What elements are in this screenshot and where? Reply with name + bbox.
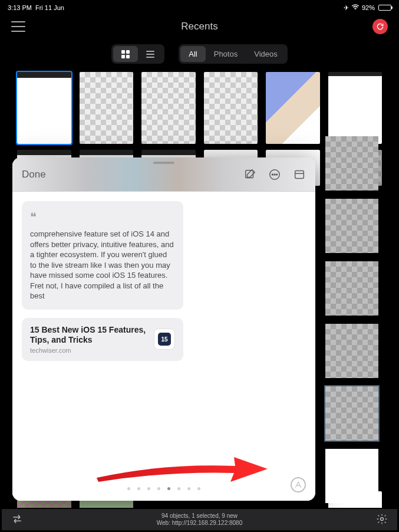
link-badge: 15 <box>158 333 171 346</box>
footer-url: Web: http://192.168.29.122:8080 <box>157 520 243 527</box>
thumbnail[interactable] <box>328 72 382 144</box>
list-icon <box>146 51 154 58</box>
thumbnail[interactable] <box>141 72 196 144</box>
gear-icon <box>376 513 388 525</box>
view-grid-button[interactable] <box>113 46 138 62</box>
thumbnail[interactable] <box>17 72 71 144</box>
link-title: 15 Best New iOS 15 Features, Tips, and T… <box>30 325 148 346</box>
battery-icon <box>378 5 391 11</box>
filter-videos[interactable]: Videos <box>246 46 286 62</box>
nav-bar: Recents <box>2 14 397 40</box>
done-button[interactable]: Done <box>22 169 46 180</box>
grid-icon <box>121 50 130 58</box>
svg-point-0 <box>355 9 356 10</box>
thumbnail[interactable] <box>266 72 320 144</box>
svg-rect-1 <box>246 170 253 178</box>
link-domain: techwiser.com <box>30 347 148 354</box>
transfer-button[interactable] <box>11 513 23 526</box>
popover-header: Done <box>12 157 315 192</box>
thumbnail[interactable] <box>325 199 378 253</box>
note-text: comprehensive feature set of iOS 14 and … <box>30 229 175 301</box>
note-preview-popover: Done ❝ comprehensive feature set of iOS … <box>12 157 315 501</box>
svg-point-8 <box>381 518 384 521</box>
thumbnail-column-right <box>325 136 378 503</box>
svg-rect-6 <box>295 170 304 178</box>
view-list-button[interactable] <box>138 46 163 62</box>
panel-icon[interactable] <box>293 168 306 181</box>
wifi-icon <box>351 4 360 11</box>
filter-all[interactable]: All <box>180 46 205 62</box>
status-time: 3:13 PM <box>8 4 32 11</box>
settings-button[interactable] <box>376 513 388 526</box>
thumbnail[interactable] <box>325 324 378 378</box>
link-card[interactable]: 15 Best New iOS 15 Features, Tips, and T… <box>22 318 183 361</box>
airplane-icon: ✈︎ <box>344 4 349 12</box>
footer-status: 94 objects, 1 selected, 9 new <box>157 513 243 520</box>
filter-segment: All Photos Videos <box>179 44 287 64</box>
quote-card: ❝ comprehensive feature set of iOS 14 an… <box>22 201 183 310</box>
bottom-bar: 94 objects, 1 selected, 9 new Web: http:… <box>2 509 397 530</box>
battery-pct: 92% <box>362 4 375 11</box>
page-title: Recents <box>181 21 217 32</box>
multitask-dots[interactable]: ••• <box>193 0 206 3</box>
quote-icon: ❝ <box>30 209 175 225</box>
view-mode-segment <box>111 44 164 64</box>
thumbnail[interactable] <box>325 261 378 316</box>
filter-photos[interactable]: Photos <box>206 46 246 62</box>
drag-handle[interactable] <box>153 162 174 164</box>
compose-icon[interactable] <box>243 168 256 181</box>
sync-button[interactable] <box>372 19 388 34</box>
popover-body[interactable]: ❝ comprehensive feature set of iOS 14 an… <box>12 192 315 501</box>
link-thumbnail: 15 <box>154 329 175 350</box>
svg-point-5 <box>276 174 278 175</box>
thumbnail[interactable] <box>325 386 378 441</box>
transfer-icon <box>11 513 23 525</box>
menu-button[interactable] <box>11 21 25 32</box>
status-bar: 3:13 PM Fri 11 Jun ✈︎ 92% <box>2 2 397 14</box>
page-indicator[interactable] <box>127 487 200 490</box>
thumbnail[interactable] <box>325 449 378 503</box>
annotation-button[interactable] <box>291 477 306 492</box>
sync-icon <box>376 22 384 31</box>
view-controls: All Photos Videos <box>2 40 397 72</box>
thumbnail[interactable] <box>325 136 378 191</box>
svg-point-3 <box>272 174 273 175</box>
status-date: Fri 11 Jun <box>35 4 64 11</box>
svg-point-4 <box>274 174 275 175</box>
thumbnail[interactable] <box>204 72 258 144</box>
more-icon[interactable] <box>268 168 281 181</box>
thumbnail[interactable] <box>80 72 134 144</box>
